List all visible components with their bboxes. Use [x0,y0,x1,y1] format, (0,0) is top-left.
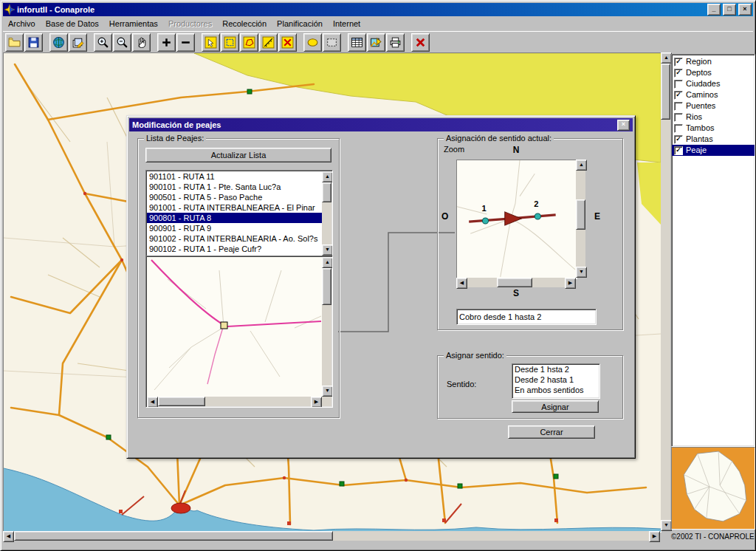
peaje-item-5[interactable]: 900901 - RUTA 9 [147,223,322,233]
peaje-list-scrollbar-thumb[interactable] [322,182,331,202]
zoom-horizontal-scrollbar[interactable]: ◀▶ [456,278,576,287]
asignar-button[interactable]: Asignar [512,400,599,413]
actualizar-lista-button[interactable]: Actualizar Lista [145,148,331,162]
minimize-button[interactable]: _ [707,4,721,16]
marquee-button[interactable] [323,33,341,52]
map-horizontal-scrollbar-arrow-end[interactable]: ▶ [649,531,660,542]
layer-checkbox-tambos[interactable] [674,124,683,133]
sentido-option-0[interactable]: Desde 1 hsta 2 [512,364,599,374]
minus-button[interactable] [176,33,195,52]
select-rect-button[interactable] [202,33,220,52]
layer-checkbox-rios[interactable] [674,113,683,122]
zoom-vertical-scrollbar-arrow-start[interactable]: ▲ [576,160,587,171]
dialog-close-button[interactable]: × [617,120,630,131]
zoom-vertical-scrollbar-thumb[interactable] [576,199,585,230]
peaje-listbox[interactable]: 901101 - RUTA 11900101 - RUTA 1 - Pte. S… [145,170,333,257]
peaje-item-7[interactable]: 900102 - RUTA 1 - Peaje Cufr? [147,244,322,254]
sentido-listbox[interactable]: Desde 1 hsta 2Desde 2 hasta 1En ambos se… [512,363,600,399]
preview-vertical-scrollbar-arrow-end[interactable]: ▼ [322,386,333,397]
layer-checkbox-region[interactable]: ✓ [674,58,683,66]
preview-vertical-scrollbar-track[interactable] [322,268,331,386]
save-button[interactable] [24,33,43,52]
peaje-list-scrollbar-arrow-start[interactable]: ▲ [322,171,333,182]
menu-item-planificacion[interactable]: Planificación [272,18,328,30]
zoom-vertical-scrollbar-track[interactable] [576,171,585,267]
cerrar-button[interactable]: Cerrar [508,425,595,439]
peaje-item-4[interactable]: 900801 - RUTA 8 [147,213,322,223]
zoom-horizontal-scrollbar-thumb[interactable] [497,278,532,287]
zoom-horizontal-scrollbar-arrow-start[interactable]: ◀ [456,278,467,289]
peaje-item-2[interactable]: 900501 - RUTA 5 - Paso Pache [147,192,322,202]
layer-item-rios[interactable]: Rios [672,112,755,123]
close-button[interactable]: × [738,4,752,16]
map-horizontal-scrollbar-track[interactable] [14,531,649,541]
zoom-in-button[interactable] [94,33,112,52]
edit-layers-button[interactable] [69,33,87,52]
map-vertical-scrollbar-track[interactable] [661,64,670,520]
globe-button[interactable] [49,33,68,52]
zoom-horizontal-scrollbar-arrow-end[interactable]: ▶ [565,278,576,289]
layer-item-puentes[interactable]: Puentes [672,100,755,112]
highlight-button[interactable] [303,33,322,52]
menu-item-archivo[interactable]: Archivo [3,18,41,30]
layer-item-region[interactable]: ✓Region [672,56,755,67]
preview-vertical-scrollbar[interactable]: ▲▼ [322,257,331,397]
map-vertical-scrollbar-thumb[interactable] [661,64,670,120]
print-button[interactable] [386,33,405,52]
select-polygon-button[interactable] [240,33,258,52]
menu-item-internet[interactable]: Internet [328,18,365,30]
preview-vertical-scrollbar-arrow-start[interactable]: ▲ [322,257,333,268]
layer-checkbox-ciudades[interactable] [674,80,683,89]
peaje-list-scrollbar[interactable]: ▲▼ [322,171,331,256]
peaje-item-3[interactable]: 901001 - RUTA INTERBALNEAREA - El Pinar [147,202,322,213]
overview-map[interactable] [671,447,755,530]
preview-horizontal-scrollbar-arrow-end[interactable]: ▶ [311,397,322,408]
layer-item-caminos[interactable]: ✓Caminos [672,89,755,100]
delete-x-button[interactable] [411,33,430,52]
menu-item-recoleccion[interactable]: Recolección [217,18,272,30]
preview-vertical-scrollbar-thumb[interactable] [322,268,331,305]
map-export-button[interactable] [367,33,385,52]
maximize-button[interactable]: □ [723,4,736,16]
zoom-vertical-scrollbar[interactable]: ▲▼ [576,160,585,278]
peaje-list-scrollbar-track[interactable] [322,182,331,244]
layer-item-tambos[interactable]: Tambos [672,123,755,134]
map-horizontal-scrollbar[interactable]: ◀▶ [3,531,660,541]
sentido-option-1[interactable]: Desde 2 hasta 1 [512,374,599,385]
table-button[interactable] [348,33,366,52]
zoom-out-button[interactable] [113,33,131,52]
layer-checkbox-puentes[interactable] [674,102,683,111]
plus-button[interactable] [157,33,176,52]
cobro-text-field[interactable] [456,309,597,325]
preview-horizontal-scrollbar-track[interactable] [158,397,311,406]
pan-hand-button[interactable] [132,33,151,52]
layer-item-ciudades[interactable]: Ciudades [672,78,755,89]
map-horizontal-scrollbar-thumb[interactable] [14,531,333,541]
preview-horizontal-scrollbar[interactable]: ◀▶ [147,397,322,406]
layer-checkbox-plantas[interactable]: ✓ [674,135,683,144]
menu-item-herramientas[interactable]: Herramientas [104,18,163,30]
layer-item-plantas[interactable]: ✓Plantas [672,134,755,145]
map-vertical-scrollbar-arrow-end[interactable]: ▼ [661,520,672,531]
peaje-list-scrollbar-arrow-end[interactable]: ▼ [322,244,333,256]
map-horizontal-scrollbar-arrow-start[interactable]: ◀ [3,531,14,542]
layer-checkbox-peaje[interactable]: ✓ [674,146,683,155]
peaje-item-1[interactable]: 900101 - RUTA 1 - Pte. Santa Luc?a [147,182,322,192]
peaje-item-0[interactable]: 901101 - RUTA 11 [147,171,322,182]
layer-checkbox-deptos[interactable]: ✓ [674,69,683,78]
preview-horizontal-scrollbar-thumb[interactable] [158,397,205,406]
clear-selection-button[interactable] [278,33,297,52]
map-vertical-scrollbar[interactable]: ▲▼ [661,52,670,531]
zoom-horizontal-scrollbar-track[interactable] [467,278,565,287]
zoom-vertical-scrollbar-arrow-end[interactable]: ▼ [576,267,587,278]
map-vertical-scrollbar-arrow-start[interactable]: ▲ [661,52,672,64]
toll-preview-map[interactable] [147,257,322,397]
peaje-item-6[interactable]: 901002 - RUTA INTERBALNEARIA - Ao. Sol?s [147,233,322,244]
layer-item-deptos[interactable]: ✓Deptos [672,67,755,78]
layer-item-peaje[interactable]: ✓Peaje [672,145,755,156]
layer-checkbox-caminos[interactable]: ✓ [674,91,683,100]
zoom-map[interactable]: 1 2 [456,160,577,279]
measure-button[interactable] [259,33,278,52]
menu-item-base-de-datos[interactable]: Base de Datos [41,18,104,30]
preview-horizontal-scrollbar-arrow-start[interactable]: ◀ [147,397,158,408]
